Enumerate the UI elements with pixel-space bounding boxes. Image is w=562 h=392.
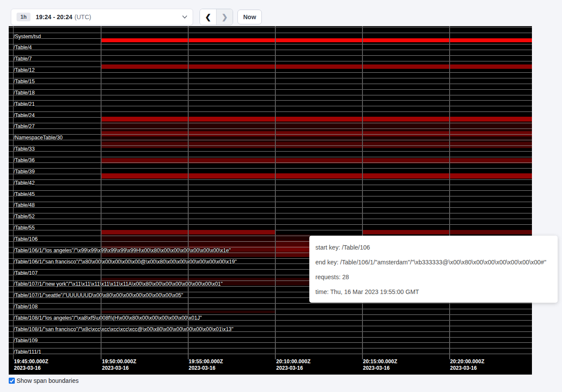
tooltip-start-key: start key: /Table/106 xyxy=(315,240,552,255)
span-boundary-line xyxy=(9,134,532,135)
span-boundary-line xyxy=(9,84,532,84)
span-boundary-line xyxy=(9,151,532,152)
checkmark-icon xyxy=(10,379,14,383)
key-span-label: /Table/36 xyxy=(14,158,35,163)
span-boundary-line xyxy=(9,354,532,354)
key-span-label: /Table/24 xyxy=(14,113,35,118)
heatmap-band[interactable] xyxy=(101,136,532,142)
key-span-label: /Table/7 xyxy=(14,56,32,61)
key-span-label: /NamespaceTable/30 xyxy=(14,135,63,140)
span-boundary-line xyxy=(9,337,532,338)
heatmap-tooltip: start key: /Table/106 end key: /Table/10… xyxy=(309,236,558,303)
key-visualizer-canvas[interactable]: /System/tsd/Table/4/Table/7/Table/12/Tab… xyxy=(9,26,532,375)
time-axis-label: 19:45:00.000Z2023-03-16 xyxy=(14,358,48,372)
time-axis-label: 20:20:00.000Z2023-03-16 xyxy=(450,358,484,372)
key-span-label: /Table/106/1/"san francisco"/"\x80\x00\x… xyxy=(14,259,237,264)
span-boundary-line xyxy=(9,162,532,163)
key-span-label: /System/tsd xyxy=(14,34,41,39)
key-span-label: /Table/21 xyxy=(14,101,35,107)
time-gridline xyxy=(275,26,276,359)
heatmap-band[interactable] xyxy=(101,117,532,122)
span-boundary-line xyxy=(9,303,532,304)
heatmap-band[interactable] xyxy=(101,131,532,136)
key-span-label: /Table/12 xyxy=(14,68,35,73)
time-axis-label: 19:50:00.000Z2023-03-16 xyxy=(102,358,136,372)
span-boundary-line xyxy=(9,224,532,225)
time-gridline xyxy=(101,26,102,359)
span-boundary-line xyxy=(9,202,532,202)
key-span-label: /Table/106 xyxy=(14,237,37,242)
now-button[interactable]: Now xyxy=(237,10,262,24)
span-boundary-line xyxy=(9,123,532,123)
show-span-boundaries-label: Show span boundaries xyxy=(17,377,78,384)
span-boundary-line xyxy=(9,61,532,61)
show-span-boundaries-checkbox[interactable] xyxy=(9,378,15,384)
span-boundary-line xyxy=(9,179,532,180)
time-range-badge: 1h xyxy=(17,13,30,21)
key-span-label: /Table/55 xyxy=(14,225,35,230)
key-span-label: /Table/52 xyxy=(14,214,35,219)
heatmap-band[interactable] xyxy=(449,230,532,234)
time-range-text: 19:24 - 20:24 xyxy=(36,14,72,20)
span-boundary-line xyxy=(9,309,532,309)
heatmap-band[interactable] xyxy=(101,38,532,43)
key-span-label: /Table/45 xyxy=(14,192,35,197)
span-boundary-line xyxy=(9,140,532,140)
span-boundary-line xyxy=(9,145,532,146)
tooltip-time: time: Thu, 16 Mar 2023 19:55:00 GMT xyxy=(315,284,552,299)
heatmap-band[interactable] xyxy=(362,230,449,234)
span-boundary-line xyxy=(9,157,532,157)
key-span-label: /Table/15 xyxy=(14,79,35,84)
key-span-label: /Table/39 xyxy=(14,169,35,174)
span-boundary-line xyxy=(9,348,532,348)
key-span-label: /Table/33 xyxy=(14,146,35,152)
key-span-label: /Table/106/1/"los angeles"/"\x99\x99\x99… xyxy=(14,248,231,253)
key-span-label: /Table/27 xyxy=(14,124,35,129)
span-boundary-line xyxy=(9,185,532,185)
time-axis-label: 20:15:00.000Z2023-03-16 xyxy=(363,358,397,372)
time-gridline xyxy=(449,26,450,359)
span-boundary-line xyxy=(9,44,532,44)
time-gridline xyxy=(362,26,363,359)
span-boundary-line xyxy=(9,50,532,50)
span-boundary-line xyxy=(9,168,532,169)
next-interval-button[interactable]: ❯ xyxy=(217,9,233,25)
span-boundary-line xyxy=(9,219,532,219)
previous-interval-button[interactable]: ❮ xyxy=(200,9,217,25)
time-gridline xyxy=(188,26,189,359)
span-boundary-line xyxy=(9,207,532,208)
span-boundary-line xyxy=(9,55,532,56)
key-span-label: /Table/4 xyxy=(14,45,32,50)
key-span-label: /Table/111/1 xyxy=(14,349,41,355)
chevron-down-icon xyxy=(182,15,187,19)
time-axis-label: 20:10:00.000Z2023-03-16 xyxy=(276,358,311,372)
time-nav-group: ❮ ❯ xyxy=(200,9,233,25)
span-boundary-line xyxy=(9,190,532,191)
key-span-label: /Table/18 xyxy=(14,90,35,95)
span-boundary-line xyxy=(9,89,532,90)
tooltip-end-key: end key: /Table/106/1/"amsterdam"/"\xb33… xyxy=(315,255,552,270)
span-boundary-line xyxy=(9,106,532,106)
key-span-label: /Table/107/1/"new york"/"\x11\x11\x11\x1… xyxy=(14,281,223,287)
show-span-boundaries-control: Show span boundaries xyxy=(9,377,78,384)
span-boundary-line xyxy=(9,95,532,95)
span-boundary-line xyxy=(9,196,532,196)
time-range-selector[interactable]: 1h 19:24 - 20:24 (UTC) xyxy=(11,9,193,25)
key-span-label: /Table/107/1/"seattle"/"UUUUUUD\x00\x80\… xyxy=(14,293,183,298)
key-span-label: /Table/48 xyxy=(14,203,35,208)
heatmap-band[interactable] xyxy=(101,142,532,148)
heatmap-band[interactable] xyxy=(101,64,532,69)
span-boundary-line xyxy=(9,112,532,112)
span-boundary-line xyxy=(9,72,532,73)
span-boundary-line xyxy=(9,213,532,213)
time-axis-label: 19:55:00.000Z2023-03-16 xyxy=(189,358,223,372)
span-boundary-line xyxy=(9,27,532,27)
span-boundary-line xyxy=(9,100,532,101)
chevron-left-icon: ❮ xyxy=(205,13,211,22)
key-span-label: /Table/108 xyxy=(14,304,37,309)
span-boundary-line xyxy=(9,128,532,129)
span-boundary-line xyxy=(9,78,532,78)
key-span-label: /Table/109 xyxy=(14,338,37,343)
span-boundary-line xyxy=(9,33,532,33)
heatmap-band[interactable] xyxy=(101,173,532,179)
